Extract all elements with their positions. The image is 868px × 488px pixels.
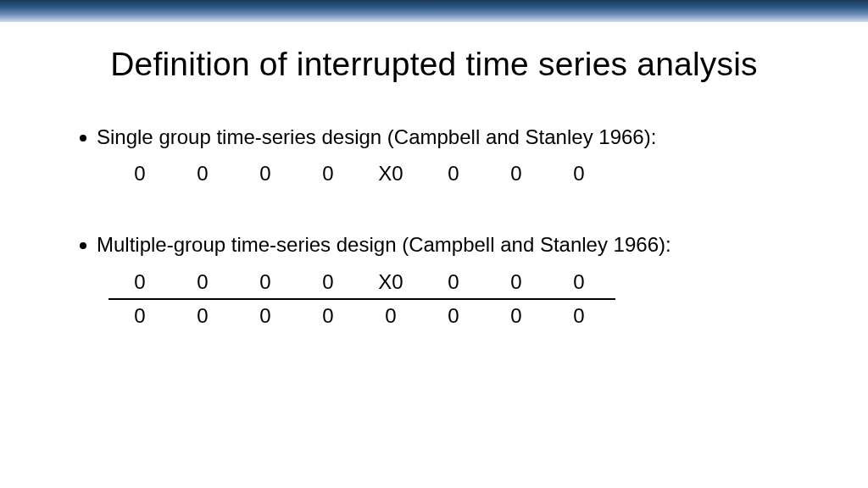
cell: X0 [359,159,422,189]
multiple-group-row-2: 0 0 0 0 0 0 0 0 [108,302,800,331]
bullet-dot-icon [80,135,86,141]
cell: 0 [234,159,297,189]
cell: 0 [297,268,359,297]
cell: 0 [108,268,171,297]
cell: 0 [422,302,485,331]
cell: 0 [108,302,171,331]
slide-top-accent [0,0,868,22]
slide-title: Definition of interrupted time series an… [68,46,800,83]
bullet-multiple-group-text: Multiple-group time-series design (Campb… [97,231,671,258]
slide-content: Definition of interrupted time series an… [0,22,868,331]
cell: 0 [359,302,422,331]
cell: 0 [485,302,548,331]
single-group-row: 0 0 0 0 X0 0 0 0 [108,159,800,189]
cell: 0 [548,159,610,189]
cell: 0 [234,302,297,331]
bullet-multiple-group: Multiple-group time-series design (Campb… [80,231,800,258]
bullet-dot-icon [80,242,86,249]
multiple-group-row-1: 0 0 0 0 X0 0 0 0 [108,268,800,297]
multiple-group-row-wrap: 0 0 0 0 X0 0 0 0 0 0 0 0 0 0 0 0 [108,268,800,332]
single-group-row-wrap: 0 0 0 0 X0 0 0 0 [108,159,800,189]
cell: 0 [485,268,548,297]
cell: 0 [234,268,297,297]
cell: 0 [171,159,234,189]
cell: 0 [422,159,485,189]
group-divider-line [108,298,615,300]
bullet-single-group-text: Single group time-series design (Campbel… [97,124,656,151]
cell: 0 [297,302,359,331]
cell: 0 [422,268,485,297]
cell: 0 [297,159,359,189]
cell: 0 [171,268,234,297]
cell: 0 [108,159,171,189]
bullet-single-group: Single group time-series design (Campbel… [80,124,800,151]
cell: 0 [171,302,234,331]
cell: 0 [485,159,548,189]
cell: 0 [548,302,610,331]
cell: 0 [548,268,610,297]
cell: X0 [359,268,422,297]
